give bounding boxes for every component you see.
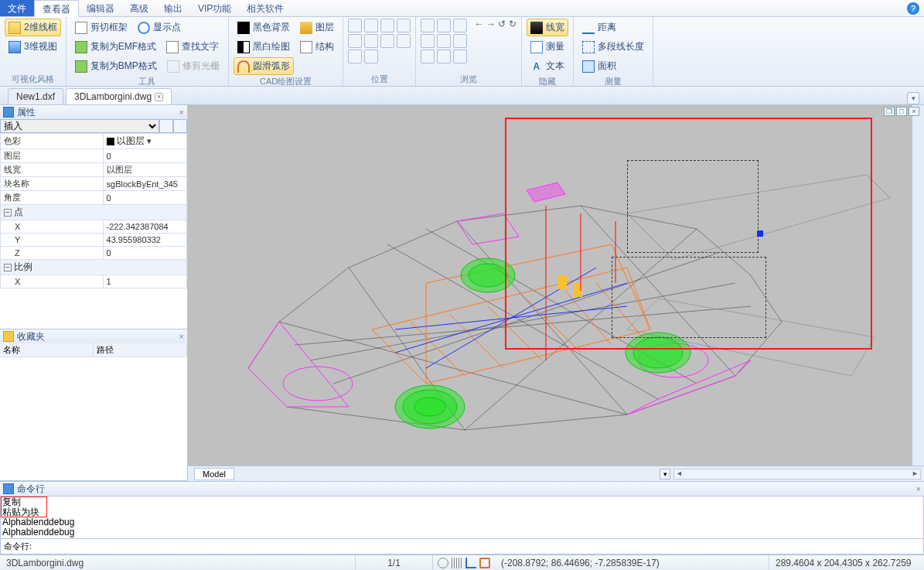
main-area: 属性× 插入 色彩以图层 ▾ 图层0 线宽以图层 块名称sgBlockByEnt… <box>0 105 924 481</box>
view-icon[interactable] <box>437 49 451 63</box>
btn-lineweight[interactable]: 线宽 <box>527 19 568 36</box>
vertical-scrollbar[interactable] <box>912 105 924 466</box>
close-props-icon[interactable]: × <box>179 108 184 117</box>
maximize-icon[interactable]: □ <box>896 107 907 116</box>
help-icon[interactable]: ? <box>907 2 919 15</box>
tabs-dropdown-icon[interactable]: ▾ <box>907 92 919 104</box>
selection-grip[interactable] <box>757 230 763 237</box>
pos-icon-2[interactable] <box>364 19 378 32</box>
group-title-position: 位置 <box>348 73 411 86</box>
ribbon-group-cad: 黑色背景 图层 黑白绘图 结构 圆滑弧形 CAD绘图设置 <box>229 17 343 86</box>
btn-3d-view[interactable]: 3维视图 <box>5 38 61 56</box>
distance-icon <box>582 22 595 34</box>
fav-list[interactable] <box>0 357 187 480</box>
cube-3d-icon <box>9 41 21 53</box>
zoom-in-icon[interactable] <box>421 19 435 32</box>
grid-icon[interactable] <box>452 558 462 568</box>
horizontal-scrollbar[interactable] <box>673 469 921 480</box>
osnap-icon[interactable] <box>479 558 490 568</box>
props-icon <box>3 107 14 118</box>
menu-advanced[interactable]: 高级 <box>122 0 156 16</box>
svg-point-8 <box>469 264 507 287</box>
property-grid[interactable]: 色彩以图层 ▾ 图层0 线宽以图层 块名称sgBlockByEnt_345 角度… <box>0 133 187 329</box>
doctab-new1[interactable]: New1.dxf <box>8 88 63 104</box>
zoom-ext-icon[interactable] <box>453 34 467 48</box>
btn-copy-bmp[interactable]: 复制为BMP格式 <box>71 57 161 75</box>
pan-icon[interactable] <box>453 19 467 32</box>
btn-black-bg[interactable]: 黑色背景 <box>234 19 294 36</box>
collapse-scale-icon[interactable]: − <box>4 264 12 271</box>
btn-layers[interactable]: 图层 <box>296 19 338 36</box>
properties-panel: 属性× 插入 色彩以图层 ▾ 图层0 线宽以图层 块名称sgBlockByEnt… <box>0 105 187 329</box>
btn-area[interactable]: 面积 <box>578 57 648 75</box>
properties-header: 属性× <box>0 105 187 119</box>
btn-2d-wireframe[interactable]: 2维线框 <box>5 19 61 36</box>
pos-icon-6[interactable] <box>364 34 378 48</box>
menu-editor[interactable]: 编辑器 <box>79 0 122 16</box>
pos-icon-4[interactable] <box>397 19 411 32</box>
arc-icon <box>237 60 250 73</box>
close-tab-icon[interactable]: × <box>155 93 163 101</box>
zoom-win-icon[interactable] <box>437 34 451 48</box>
viewport[interactable] <box>194 118 905 464</box>
close-cmd-icon[interactable]: × <box>916 484 921 493</box>
fav-col-name[interactable]: 名称 <box>0 343 94 357</box>
pos-icon-1[interactable] <box>348 19 362 32</box>
close-canvas-icon[interactable]: × <box>909 107 919 116</box>
refresh-icon[interactable] <box>453 49 467 63</box>
close-fav-icon[interactable]: × <box>179 332 184 341</box>
bw-icon <box>237 41 250 53</box>
zoom-out-icon[interactable] <box>437 19 451 32</box>
search-text-icon <box>166 41 179 53</box>
btn-cut-frame[interactable]: 剪切框架 <box>71 19 131 36</box>
btn-bw-draw[interactable]: 黑白绘图 <box>234 38 294 56</box>
eyedrop-icon[interactable] <box>173 119 187 133</box>
menu-file[interactable]: 文件 <box>0 0 34 16</box>
area-icon <box>582 60 595 73</box>
btn-text-hide[interactable]: A文本 <box>527 57 568 75</box>
menubar: 文件 查看器 编辑器 高级 输出 VIP功能 相关软件 ? <box>0 0 924 17</box>
status-bar: 3DLamborgini.dwg 1/1 (-208.8792; 86.4469… <box>0 555 924 570</box>
menu-vip[interactable]: VIP功能 <box>190 0 239 16</box>
collapse-point-icon[interactable]: − <box>4 209 12 217</box>
filter-icon[interactable] <box>159 119 173 133</box>
btn-copy-emf[interactable]: 复制为EMF格式 <box>71 38 160 56</box>
pos-icon-5[interactable] <box>348 34 362 48</box>
fit-icon[interactable] <box>421 34 435 48</box>
btn-measure-hide[interactable]: 测量 <box>527 38 568 56</box>
btn-smooth-arc[interactable]: 圆滑弧形 <box>234 57 294 75</box>
object-type-select[interactable]: 插入 <box>0 119 159 133</box>
command-log[interactable]: 复制 粘贴为块 Alphablenddebug Alphablenddebug <box>0 496 924 539</box>
btn-structure[interactable]: 结构 <box>296 38 338 56</box>
restore-icon[interactable]: ❐ <box>884 107 895 116</box>
btn-show-points[interactable]: 显示点 <box>134 19 185 36</box>
menu-viewer[interactable]: 查看器 <box>34 0 79 17</box>
selection-marquee-2 <box>612 257 766 338</box>
pos-icon-9[interactable] <box>348 49 362 63</box>
snap-icon[interactable] <box>438 558 448 568</box>
pos-icon-8[interactable] <box>397 34 411 48</box>
model-tab[interactable]: Model <box>194 468 234 480</box>
pos-icon-3[interactable] <box>380 19 394 32</box>
ortho-icon[interactable] <box>465 558 476 568</box>
cube-wire-icon <box>9 22 21 34</box>
menu-related[interactable]: 相关软件 <box>239 0 292 16</box>
command-panel: 命令行× 复制 粘贴为块 Alphablenddebug Alphablendd… <box>0 481 924 555</box>
browse-row3 <box>421 49 516 63</box>
orbit-icon[interactable] <box>421 49 435 63</box>
pos-icon-7[interactable] <box>380 34 394 48</box>
btn-find-text[interactable]: 查找文字 <box>162 38 223 56</box>
layout-dropdown-icon[interactable]: ▾ <box>660 469 670 480</box>
selection-marquee <box>627 160 759 253</box>
fav-col-path[interactable]: 路径 <box>94 343 187 357</box>
pos-icon-10[interactable] <box>364 49 378 63</box>
btn-distance[interactable]: 距离 <box>578 19 648 36</box>
menu-output[interactable]: 输出 <box>156 0 190 16</box>
btn-trim-raster[interactable]: 修剪光栅 <box>163 57 223 75</box>
cmd-line: 复制 <box>2 497 922 507</box>
emf-icon <box>75 41 87 53</box>
btn-polyline-len[interactable]: 多段线长度 <box>578 38 648 56</box>
cmd-icon <box>3 483 14 494</box>
command-input[interactable] <box>35 539 923 554</box>
doctab-3dlambo[interactable]: 3DLamborgini.dwg× <box>66 88 172 104</box>
